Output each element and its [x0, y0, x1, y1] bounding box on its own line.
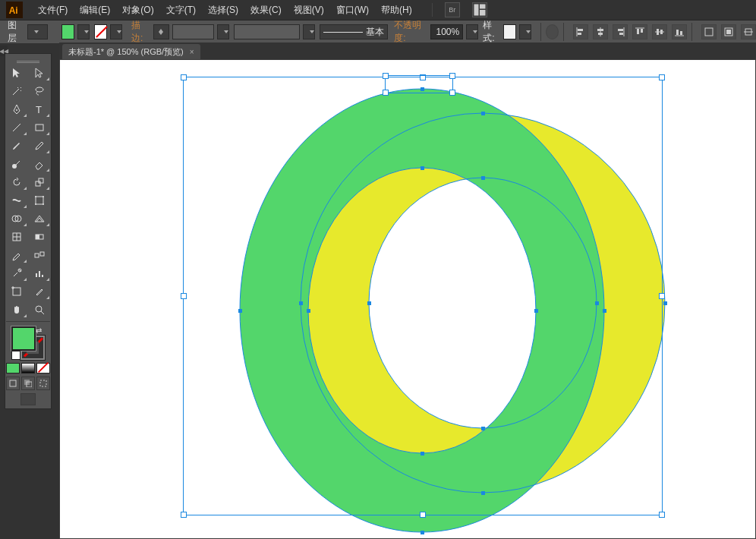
stroke-color-swatch[interactable]: [94, 24, 107, 39]
menu-file[interactable]: 文件(F): [32, 4, 74, 17]
menu-effect[interactable]: 效果(C): [244, 4, 288, 17]
align-bottom-icon[interactable]: [672, 24, 687, 39]
arrange-documents-icon[interactable]: [472, 2, 487, 17]
svg-rect-24: [680, 31, 682, 35]
zoom-tool[interactable]: [29, 301, 50, 318]
gradient-tool[interactable]: [29, 229, 50, 245]
perspective-grid-tool[interactable]: [29, 210, 50, 227]
artboard-tool[interactable]: [6, 283, 27, 300]
width-tool[interactable]: [6, 192, 27, 209]
scale-tool[interactable]: [29, 174, 50, 191]
svg-rect-15: [619, 33, 623, 35]
blob-brush-tool[interactable]: [6, 156, 27, 172]
free-transform-tool[interactable]: [29, 192, 50, 209]
stroke-color-dropdown[interactable]: [110, 24, 122, 39]
opacity-dropdown[interactable]: [466, 24, 478, 39]
eyedropper-tool[interactable]: [6, 247, 27, 263]
menu-window[interactable]: 窗口(W): [330, 4, 375, 17]
graphic-style-dropdown[interactable]: [519, 24, 531, 39]
svg-point-62: [43, 203, 44, 205]
type-tool[interactable]: T: [29, 101, 50, 118]
svg-rect-17: [637, 29, 639, 34]
draw-normal-icon[interactable]: [6, 377, 20, 390]
align-right-icon[interactable]: [613, 24, 628, 39]
eraser-tool[interactable]: [29, 156, 50, 172]
transform-icon[interactable]: [701, 24, 717, 39]
paintbrush-tool[interactable]: [6, 137, 27, 154]
selection-tool[interactable]: [6, 65, 27, 81]
swap-fill-stroke-icon[interactable]: ⇄: [36, 326, 45, 336]
menu-type[interactable]: 文字(T): [160, 4, 202, 17]
rectangle-tool[interactable]: [29, 119, 50, 136]
svg-point-60: [43, 196, 44, 197]
edit-clip-icon[interactable]: [741, 24, 756, 39]
screen-mode-icon[interactable]: [20, 393, 36, 405]
rotate-tool[interactable]: [6, 174, 27, 191]
canvas[interactable]: [59, 59, 756, 539]
tools-panel-grip[interactable]: [5, 58, 51, 63]
svg-rect-21: [660, 30, 663, 34]
svg-rect-70: [35, 254, 39, 257]
svg-rect-18: [641, 29, 643, 33]
selection-type-dropdown[interactable]: [27, 24, 48, 39]
svg-rect-75: [42, 275, 43, 277]
stroke-weight-field[interactable]: [172, 24, 215, 39]
shape-builder-tool[interactable]: [6, 210, 27, 227]
opacity-input[interactable]: 100%: [430, 24, 464, 39]
fill-indicator[interactable]: [11, 326, 36, 351]
align-left-icon[interactable]: [573, 24, 588, 39]
align-top-icon[interactable]: [632, 24, 647, 39]
svg-point-59: [35, 196, 36, 197]
ring-green[interactable]: [240, 89, 604, 532]
lasso-tool[interactable]: [29, 83, 50, 99]
svg-rect-81: [10, 380, 16, 386]
svg-text:T: T: [36, 104, 42, 115]
svg-point-50: [36, 87, 43, 92]
menu-select[interactable]: 选择(S): [202, 4, 244, 17]
pen-tool[interactable]: [6, 101, 27, 118]
menu-edit[interactable]: 编辑(E): [74, 4, 116, 17]
mesh-tool[interactable]: [6, 229, 27, 245]
variable-width-profile[interactable]: [234, 24, 299, 39]
fill-stroke-indicator[interactable]: ⇄: [11, 326, 45, 360]
fill-color-dropdown[interactable]: [77, 24, 90, 39]
bridge-icon[interactable]: Br: [445, 2, 460, 17]
variable-width-dropdown[interactable]: [303, 24, 315, 39]
fill-color-swatch[interactable]: [61, 24, 74, 39]
close-tab-icon[interactable]: ×: [190, 48, 194, 56]
menu-object[interactable]: 对象(O): [116, 4, 159, 17]
stroke-weight-dropdown[interactable]: [217, 24, 229, 39]
isolate-icon[interactable]: [721, 24, 736, 39]
hand-tool[interactable]: [6, 301, 27, 318]
slice-tool[interactable]: [29, 283, 50, 300]
svg-rect-2: [474, 5, 478, 16]
svg-rect-69: [36, 235, 39, 239]
stroke-weight-input[interactable]: [153, 24, 169, 39]
recolor-artwork-icon[interactable]: [546, 24, 559, 39]
draw-inside-icon[interactable]: [36, 377, 50, 390]
default-fill-stroke-icon[interactable]: [11, 351, 20, 360]
svg-rect-57: [39, 178, 43, 183]
draw-behind-icon[interactable]: [21, 377, 35, 390]
svg-rect-45: [421, 452, 424, 455]
graphic-style-swatch[interactable]: [503, 24, 516, 39]
brush-definition[interactable]: 基本: [320, 24, 389, 39]
line-segment-tool[interactable]: [6, 119, 27, 136]
align-hcenter-icon[interactable]: [593, 24, 608, 39]
document-tab[interactable]: 未标题-1* @ 150% (RGB/预览) ×: [62, 44, 200, 59]
color-mode-icon[interactable]: [6, 363, 20, 374]
menu-help[interactable]: 帮助(H): [375, 4, 418, 17]
svg-marker-6: [159, 32, 163, 35]
symbol-sprayer-tool[interactable]: [6, 265, 27, 282]
blend-tool[interactable]: [29, 247, 50, 263]
direct-selection-tool[interactable]: [29, 65, 50, 81]
menu-view[interactable]: 视图(V): [288, 4, 330, 17]
magic-wand-tool[interactable]: [6, 83, 27, 99]
control-bar: 图层 描边: 基本 不透明度: 100% 样式:: [0, 20, 756, 44]
svg-rect-76: [13, 288, 20, 295]
column-graph-tool[interactable]: [29, 265, 50, 282]
gradient-mode-icon[interactable]: [21, 363, 35, 374]
pencil-tool[interactable]: [29, 137, 50, 154]
align-vcenter-icon[interactable]: [652, 24, 667, 39]
none-mode-icon[interactable]: [36, 363, 50, 374]
